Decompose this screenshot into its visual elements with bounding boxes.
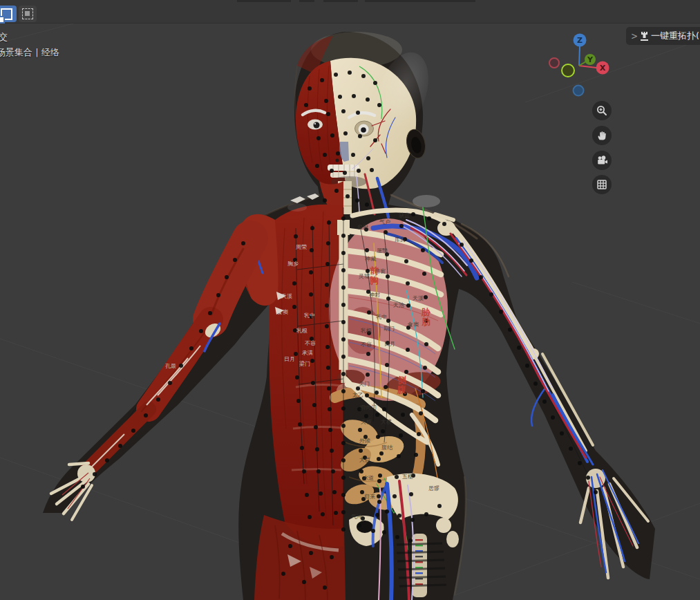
gizmo-ball-neg-y[interactable]: [562, 64, 574, 77]
rook-icon: [641, 32, 648, 41]
sidebar-tab-retopo[interactable]: > 一键重拓扑(: [626, 27, 700, 45]
topbar-remnant: [323, 0, 358, 2]
gizmo-ball-neg-x[interactable]: [549, 58, 559, 68]
svg-text:神封: 神封: [368, 292, 380, 298]
camera-view-icon: [596, 155, 608, 166]
pan-hand-icon: [596, 130, 607, 141]
svg-text:承满: 承满: [301, 350, 313, 356]
left-pupil: [314, 122, 320, 129]
topbar-remnant: [365, 0, 475, 2]
svg-text:日月: 日月: [284, 356, 295, 362]
svg-text:大巨: 大巨: [359, 457, 370, 463]
svg-text:不容: 不容: [361, 341, 372, 348]
ortho-toggle-button[interactable]: [592, 175, 612, 194]
topbar-remnant: [237, 0, 291, 2]
svg-text:归来: 归来: [364, 494, 375, 500]
zoom-icon: [596, 105, 607, 116]
svg-text:库房: 库房: [395, 236, 406, 243]
left-eye-highlight: [314, 123, 316, 124]
svg-text:气户: 气户: [379, 219, 390, 225]
svg-text:乳根: 乳根: [296, 328, 308, 334]
tool-settings-bar: [0, 0, 700, 24]
svg-text:期门: 期门: [384, 326, 395, 332]
orientation-gizmo[interactable]: ZYX: [540, 26, 616, 102]
anatomy-model[interactable]: 缺盆气户俞府库房屋翳神藏膺窗灵墟神封天溪天池乳中食窦期门乳根不容日月关门太乙滑肉…: [43, 32, 655, 600]
svg-text:居髎: 居髎: [428, 485, 439, 491]
svg-text:胸乡: 胸乡: [287, 261, 299, 267]
svg-text:日月: 日月: [384, 341, 395, 347]
svg-text:侧腹: 侧腹: [397, 375, 406, 395]
svg-text:屋翳: 屋翳: [377, 247, 388, 254]
topbar-remnant: [299, 0, 314, 2]
svg-text:不容: 不容: [305, 340, 316, 346]
svg-text:天溪: 天溪: [281, 293, 292, 299]
svg-text:梁门: 梁门: [299, 360, 310, 367]
pan-button[interactable]: [592, 126, 612, 145]
svg-text:天枢: 天枢: [361, 419, 372, 425]
left-arm-muscle: [86, 238, 250, 471]
zoom-button[interactable]: [592, 101, 612, 120]
svg-text:俞府: 俞府: [357, 224, 368, 230]
svg-text:神藏: 神藏: [364, 256, 377, 262]
svg-text:乳根: 乳根: [361, 328, 372, 334]
svg-text:周荣: 周荣: [296, 244, 307, 250]
svg-text:五枢: 五枢: [402, 474, 413, 480]
chevron-right-icon: >: [631, 30, 638, 42]
svg-text:食窦: 食窦: [276, 309, 288, 315]
active-collection-text: 场景集合 | 经络: [0, 47, 59, 57]
camera-view-button[interactable]: [592, 151, 612, 170]
grid-ortho-icon: [596, 179, 607, 190]
svg-text:气冲: 气冲: [351, 514, 362, 520]
svg-text:天溪: 天溪: [413, 295, 424, 301]
sidebar-tab-label: 一键重拓扑(: [651, 30, 699, 42]
box-select-button[interactable]: [19, 6, 37, 22]
greater-trochanter: [446, 531, 459, 547]
box-select-icon: [22, 8, 33, 19]
gizmo-axis-label: X: [600, 64, 606, 73]
svg-text:胁肋: 胁肋: [421, 307, 431, 327]
svg-text:腹结: 腹结: [381, 444, 393, 451]
svg-text:前胸: 前胸: [369, 265, 379, 285]
tweak-select-button[interactable]: [0, 6, 17, 22]
gizmo-axis-label: Z: [577, 36, 583, 45]
right-pupil: [361, 127, 366, 133]
svg-text:太乙: 太乙: [352, 392, 363, 398]
svg-text:食窦: 食窦: [407, 321, 419, 328]
svg-text:灵墟: 灵墟: [359, 273, 370, 279]
blender-3d-viewport[interactable]: 缺盆气户俞府库房屋翳神藏膺窗灵墟神封天溪天池乳中食窦期门乳根不容日月关门太乙滑肉…: [0, 0, 700, 600]
left-shoulder-specular: [287, 203, 307, 212]
gizmo-axis-label: Y: [587, 55, 594, 64]
svg-text:水道: 水道: [363, 475, 374, 481]
shoulder-specular: [413, 195, 440, 207]
svg-text:乳中: 乳中: [376, 314, 387, 320]
svg-text:关门: 关门: [359, 381, 370, 387]
svg-text:外陵: 外陵: [359, 438, 370, 444]
svg-text:天池: 天池: [393, 302, 404, 308]
svg-text:滑肉门: 滑肉门: [360, 404, 377, 411]
svg-text:大横: 大横: [381, 419, 392, 425]
view-perspective-text: 交: [0, 32, 8, 42]
svg-text:孔最: 孔最: [165, 363, 176, 369]
svg-text:缺盆: 缺盆: [398, 212, 410, 218]
nostril: [336, 159, 339, 162]
tweak-select-icon: [1, 8, 12, 20]
hip-socket: [436, 518, 451, 533]
gizmo-ball-neg-z[interactable]: [574, 86, 584, 96]
svg-text:乳中: 乳中: [304, 312, 315, 319]
